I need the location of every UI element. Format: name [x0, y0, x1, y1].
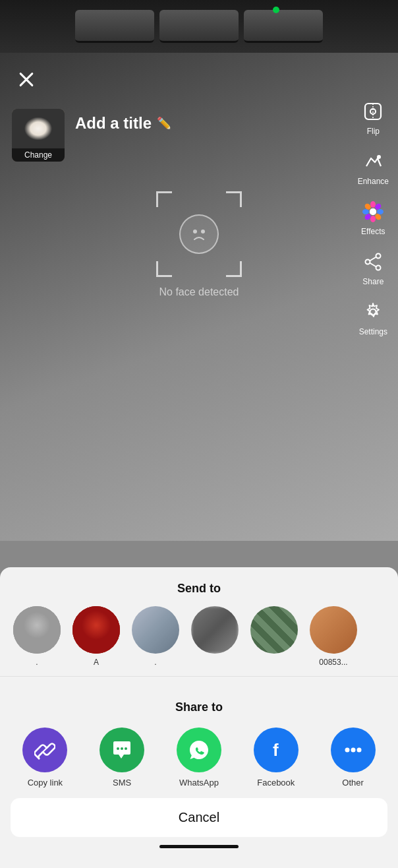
toolbar-flip[interactable]: Flip — [360, 99, 385, 136]
share-apps-row: Copy link SMS WhatsApp — [0, 728, 398, 788]
corner-tl — [156, 191, 172, 207]
svg-point-14 — [376, 254, 381, 259]
contact-avatar — [310, 606, 357, 654]
settings-icon — [360, 299, 385, 325]
contact-item[interactable]: . — [11, 606, 63, 667]
effects-label: Effects — [361, 227, 385, 236]
section-divider — [0, 676, 398, 677]
svg-point-11 — [362, 209, 369, 214]
corner-tr — [226, 191, 242, 207]
svg-point-21 — [201, 230, 205, 233]
share-to-title: Share to — [0, 686, 398, 725]
toolbar-share[interactable]: Share — [360, 249, 385, 286]
flip-label: Flip — [367, 127, 380, 136]
svg-point-24 — [121, 747, 123, 750]
effects-icon — [360, 199, 385, 224]
right-toolbar: Flip Enhance Eff — [358, 99, 389, 336]
svg-point-29 — [356, 748, 361, 753]
contact-avatar — [250, 606, 298, 654]
share-sms[interactable]: SMS — [100, 728, 144, 788]
toolbar-effects[interactable]: Effects — [360, 199, 385, 236]
bottom-sheet: Send to . A . — [0, 567, 398, 868]
change-thumbnail-label[interactable]: Change — [12, 148, 65, 162]
facebook-icon: f — [254, 728, 298, 772]
svg-point-16 — [366, 260, 370, 264]
corner-br — [226, 261, 242, 277]
other-label: Other — [342, 778, 364, 788]
header-area: Change Add a title ✏️ — [12, 109, 171, 162]
facebook-label: Facebook — [257, 778, 295, 788]
svg-point-13 — [370, 208, 376, 215]
toolbar-enhance[interactable]: Enhance — [358, 149, 389, 186]
share-whatsapp[interactable]: WhatsApp — [177, 728, 221, 788]
sms-icon — [100, 728, 144, 772]
video-title[interactable]: Add a title — [75, 114, 152, 133]
face-detection-area: No face detected — [156, 191, 242, 298]
title-area: Add a title ✏️ — [75, 114, 171, 133]
send-to-title: Send to — [0, 567, 398, 606]
corner-bl — [156, 261, 172, 277]
contacts-row: . A . — [0, 606, 398, 667]
share-toolbar-label: Share — [362, 277, 384, 286]
svg-line-18 — [370, 263, 376, 267]
video-thumbnail[interactable]: Change — [12, 109, 65, 162]
svg-point-28 — [351, 748, 355, 753]
contact-avatar — [72, 606, 120, 654]
contact-item[interactable]: 00853... — [307, 606, 360, 667]
contact-item[interactable] — [188, 606, 241, 667]
contact-name: . — [36, 658, 38, 667]
edit-title-icon[interactable]: ✏️ — [157, 116, 171, 131]
cancel-button[interactable]: Cancel — [11, 798, 387, 837]
enhance-icon — [360, 149, 385, 174]
contact-avatar — [191, 606, 239, 654]
contact-item[interactable]: A — [70, 606, 123, 667]
sms-label: SMS — [113, 778, 131, 788]
contact-avatar — [13, 606, 61, 654]
contact-name: . — [154, 658, 156, 667]
face-frame — [156, 191, 242, 277]
svg-text:f: f — [273, 740, 279, 760]
svg-point-9 — [370, 216, 376, 222]
svg-point-15 — [376, 266, 381, 270]
keyboard-decoration — [0, 0, 398, 53]
svg-line-22 — [42, 747, 47, 753]
svg-point-27 — [345, 748, 349, 753]
close-button[interactable] — [13, 66, 40, 92]
share-other[interactable]: Other — [331, 728, 376, 788]
svg-point-5 — [370, 201, 376, 208]
share-copy-link[interactable]: Copy link — [22, 728, 67, 788]
enhance-label: Enhance — [358, 177, 389, 186]
settings-label: Settings — [359, 327, 387, 336]
contact-item[interactable]: . — [129, 606, 182, 667]
flip-icon — [360, 99, 385, 124]
contact-name: 00853... — [319, 658, 347, 667]
other-icon — [331, 728, 376, 772]
svg-point-20 — [193, 230, 197, 233]
sad-face-icon — [179, 214, 219, 254]
whatsapp-label: WhatsApp — [179, 778, 219, 788]
whatsapp-icon — [177, 728, 221, 772]
share-icon — [360, 249, 385, 274]
svg-line-17 — [370, 257, 376, 261]
contact-name: A — [94, 658, 99, 667]
copy-link-label: Copy link — [28, 778, 63, 788]
toolbar-settings[interactable]: Settings — [359, 299, 387, 336]
svg-point-7 — [377, 209, 384, 214]
contact-avatar — [132, 606, 179, 654]
copy-link-icon — [22, 728, 67, 772]
no-face-text: No face detected — [159, 286, 239, 298]
contact-item[interactable] — [248, 606, 300, 667]
svg-point-3 — [377, 155, 381, 159]
status-indicator — [273, 7, 279, 13]
svg-point-23 — [117, 747, 119, 750]
share-facebook[interactable]: f Facebook — [254, 728, 298, 788]
home-indicator — [159, 845, 239, 848]
svg-point-25 — [125, 747, 127, 750]
